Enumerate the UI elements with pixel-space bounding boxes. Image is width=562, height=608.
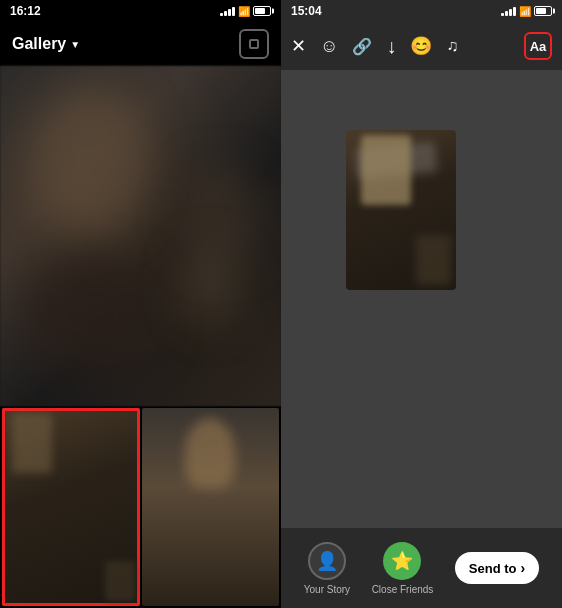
story-editor-panel: 15:04 📶 ✕ ☺ 🔗 ↓ 😊 ♫ Aa — [281, 0, 562, 608]
emoji-button[interactable]: ☺ — [320, 36, 338, 57]
story-shape-2 — [416, 235, 451, 285]
battery-fill-right — [536, 8, 546, 14]
status-icons-right: 📶 — [501, 6, 552, 17]
bar-r3 — [509, 9, 512, 16]
download-button[interactable]: ↓ — [386, 35, 396, 58]
your-story-icon: 👤 — [308, 542, 346, 580]
toolbar-icons-group: ✕ ☺ 🔗 ↓ 😊 ♫ — [291, 35, 458, 58]
gallery-panel: 16:12 📶 Gallery ▼ — [0, 0, 281, 608]
battery-icon — [253, 6, 271, 16]
link-button[interactable]: 🔗 — [352, 37, 372, 56]
gallery-title-group[interactable]: Gallery ▼ — [12, 35, 80, 53]
blur-shape-3 — [20, 256, 160, 376]
music-button[interactable]: ♫ — [446, 37, 458, 55]
your-story-label: Your Story — [304, 584, 350, 595]
thumbnails-row — [0, 406, 281, 608]
thumb2-image — [142, 408, 280, 606]
story-shape-1 — [361, 135, 411, 205]
close-button[interactable]: ✕ — [291, 35, 306, 57]
close-friends-icon: ⭐ — [383, 542, 421, 580]
wifi-icon-right: 📶 — [519, 6, 531, 17]
main-photo[interactable] — [0, 66, 281, 406]
thumbnail-1-selected[interactable] — [2, 408, 140, 606]
sticker-button[interactable]: 😊 — [410, 35, 432, 57]
send-to-arrow: › — [521, 560, 526, 576]
bar2 — [224, 11, 227, 16]
your-story-avatar-icon: 👤 — [316, 550, 338, 572]
status-icons-left: 📶 — [220, 6, 271, 17]
select-icon — [249, 39, 259, 49]
gallery-select-button[interactable] — [239, 29, 269, 59]
your-story-action[interactable]: 👤 Your Story — [304, 542, 350, 595]
bar-r4 — [513, 7, 516, 16]
thumb1-shape2 — [105, 561, 135, 601]
bar3 — [228, 9, 231, 16]
gallery-header: Gallery ▼ — [0, 22, 281, 66]
close-friends-action[interactable]: ⭐ Close Friends — [372, 542, 434, 595]
thumb1-shape1 — [12, 413, 52, 473]
bar4 — [232, 7, 235, 16]
bar-r2 — [505, 11, 508, 16]
time-left: 16:12 — [10, 4, 41, 18]
wifi-icon: 📶 — [238, 6, 250, 17]
signal-bars — [220, 7, 235, 16]
send-to-button[interactable]: Send to › — [455, 552, 539, 584]
send-to-label: Send to — [469, 561, 517, 576]
blur-shape-4 — [181, 246, 241, 326]
bar1 — [220, 13, 223, 16]
story-toolbar: ✕ ☺ 🔗 ↓ 😊 ♫ Aa — [281, 22, 562, 70]
bar-r1 — [501, 13, 504, 16]
battery-icon-right — [534, 6, 552, 16]
close-friends-label: Close Friends — [372, 584, 434, 595]
time-right: 15:04 — [291, 4, 322, 18]
text-tool-button[interactable]: Aa — [524, 32, 552, 60]
story-photo — [346, 130, 456, 290]
thumbnail-2[interactable] — [142, 408, 280, 606]
text-tool-label: Aa — [530, 39, 547, 54]
close-friends-star-icon: ⭐ — [391, 550, 413, 572]
thumb1-image — [2, 408, 140, 606]
story-bottom-bar: 👤 Your Story ⭐ Close Friends Send to › — [281, 528, 562, 608]
thumb2-shape — [185, 418, 235, 488]
battery-fill — [255, 8, 265, 14]
status-bar-left: 16:12 📶 — [0, 0, 281, 22]
gallery-chevron: ▼ — [70, 39, 80, 50]
story-canvas[interactable] — [281, 70, 562, 528]
signal-bars-right — [501, 7, 516, 16]
gallery-label: Gallery — [12, 35, 66, 53]
status-bar-right: 15:04 📶 — [281, 0, 562, 22]
blur-shape-1 — [30, 86, 150, 236]
